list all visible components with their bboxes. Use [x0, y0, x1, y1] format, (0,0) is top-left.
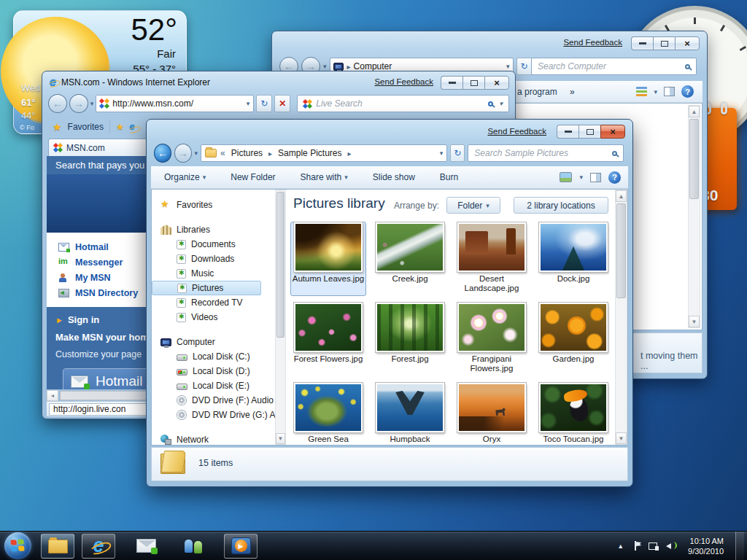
breadcrumb-dropdown-icon[interactable]: ▾ — [440, 149, 444, 157]
refresh-button[interactable]: ↻ — [450, 144, 465, 162]
taskbar-mail-button[interactable] — [129, 534, 163, 559]
scroll-thumb[interactable] — [276, 192, 285, 338]
url-dropdown-icon[interactable]: ▾ — [247, 100, 250, 107]
send-feedback-link[interactable]: Send Feedback — [563, 38, 622, 47]
network-tray-icon[interactable] — [649, 541, 659, 551]
scroll-up-button[interactable]: ▲ — [689, 106, 700, 117]
show-hidden-icons-button[interactable]: ▲ — [617, 542, 624, 550]
views-icon[interactable] — [636, 87, 647, 96]
history-dropdown[interactable]: ▾ — [195, 149, 198, 157]
tab-msn[interactable]: MSN.com — [48, 139, 159, 156]
close-button[interactable]: × — [675, 36, 700, 50]
send-feedback-link[interactable]: Send Feedback — [487, 127, 546, 136]
more-commands-icon[interactable]: » — [570, 87, 575, 97]
add-favorite-icon[interactable]: ★ — [116, 122, 124, 132]
forward-button[interactable]: → — [174, 144, 192, 163]
nav-library-item[interactable]: Documents — [152, 237, 286, 252]
file-item[interactable]: Creek.jpg — [372, 222, 448, 296]
views-dropdown-icon[interactable]: ▾ — [654, 88, 657, 96]
nav-network[interactable]: Network — [152, 432, 286, 447]
minimize-button[interactable] — [631, 36, 653, 50]
scroll-thumb[interactable] — [616, 203, 626, 298]
start-button[interactable] — [4, 532, 31, 559]
scroll-left-button[interactable]: ◂ — [47, 390, 58, 401]
breadcrumb-sample-pictures[interactable]: Sample Pictures — [276, 147, 344, 159]
nav-library-item[interactable]: Videos — [152, 310, 286, 324]
search-box[interactable]: Search Sample Pictures — [468, 144, 624, 162]
arrange-by-button[interactable]: Folder▾ — [446, 197, 500, 214]
breadcrumb[interactable]: « Pictures ▸ Sample Pictures ▸ ▾ — [201, 144, 447, 162]
preview-pane-icon[interactable] — [664, 87, 675, 96]
nav-drive-item[interactable]: Local Disk (E:) — [152, 378, 286, 393]
nav-drive-item[interactable]: Local Disk (C:) — [152, 349, 286, 364]
crumb-separator-icon[interactable]: ▸ — [347, 149, 351, 158]
file-item[interactable]: Garden.jpg — [535, 302, 610, 376]
maximize-button[interactable] — [653, 36, 675, 50]
scroll-down-button[interactable]: ▼ — [689, 316, 700, 327]
history-dropdown[interactable]: ▾ — [323, 63, 327, 70]
favorites-star-icon[interactable]: ★ — [53, 121, 62, 133]
tray-clock[interactable]: 10:10 AM 9/30/2010 — [684, 536, 728, 556]
breadcrumb-dropdown-icon[interactable]: ▾ — [506, 63, 510, 70]
scroll-down-button[interactable]: ▼ — [616, 432, 627, 444]
search-dropdown-icon[interactable]: ▾ — [499, 100, 503, 107]
help-button[interactable]: ? — [608, 171, 621, 184]
suggested-sites-icon[interactable]: e — [130, 122, 135, 132]
taskbar-messenger-button[interactable] — [177, 534, 210, 559]
back-button[interactable]: ← — [48, 94, 67, 113]
taskbar-media-player-button[interactable]: ▶ — [224, 534, 258, 559]
nav-drive-item[interactable]: DVD RW Drive (G:) A — [152, 408, 286, 422]
show-desktop-button[interactable] — [735, 532, 744, 560]
nav-scrollbar[interactable]: ▼ — [275, 190, 286, 445]
file-item[interactable]: Humpback — [372, 382, 448, 445]
nav-library-item[interactable]: Music — [152, 266, 286, 281]
close-button[interactable]: × — [484, 76, 509, 90]
refresh-button[interactable]: ↻ — [516, 58, 533, 75]
file-item[interactable]: Desert Landscape.jpg — [454, 222, 530, 296]
url-text[interactable]: http://www.msn.com/ — [112, 98, 243, 109]
volume-icon[interactable] — [666, 541, 676, 551]
burn-button[interactable]: Burn — [433, 172, 465, 182]
minimize-button[interactable] — [441, 76, 462, 90]
views-dropdown-icon[interactable]: ▾ — [579, 174, 583, 181]
minimize-button[interactable] — [557, 125, 578, 139]
file-item[interactable]: Forest Flowers.jpg — [290, 302, 366, 376]
close-button[interactable]: × — [600, 125, 625, 139]
maximize-button[interactable] — [578, 125, 600, 139]
stop-button[interactable]: ✕ — [274, 95, 290, 112]
favorites-label[interactable]: Favorites — [68, 122, 104, 132]
file-item[interactable]: Toco Toucan.jpg — [535, 382, 610, 445]
chevrons-icon[interactable]: « — [220, 148, 225, 158]
taskbar-explorer-button[interactable] — [41, 534, 74, 559]
scroll-down-button[interactable]: ▼ — [276, 433, 285, 444]
nav-library-item[interactable]: Pictures — [152, 281, 261, 295]
forward-button[interactable]: → — [69, 94, 88, 113]
organize-button[interactable]: Organize▾ — [157, 172, 213, 182]
file-item[interactable]: Forest.jpg — [372, 302, 448, 376]
file-item[interactable]: Frangipani Flowers.jpg — [454, 302, 530, 376]
file-item[interactable]: Autumn Leaves.jpg — [290, 222, 366, 296]
scroll-thumb[interactable] — [689, 119, 699, 199]
action-center-icon[interactable] — [631, 541, 641, 551]
nav-library-item[interactable]: Downloads — [152, 252, 286, 266]
new-folder-button[interactable]: New Folder — [223, 172, 282, 182]
file-item[interactable]: Green Sea — [290, 382, 366, 445]
help-button[interactable]: ? — [681, 85, 694, 98]
share-with-button[interactable]: Share with▾ — [293, 172, 355, 182]
maximize-button[interactable] — [462, 76, 484, 90]
files-scrollbar[interactable]: ▲ ▼ — [615, 190, 627, 445]
refresh-button[interactable]: ↻ — [256, 95, 272, 112]
history-dropdown[interactable]: ▾ — [90, 100, 94, 107]
search-icon[interactable] — [488, 101, 493, 106]
slide-show-button[interactable]: Slide show — [365, 172, 422, 182]
live-search-box[interactable]: Live Search ▾ — [297, 95, 509, 112]
library-locations-button[interactable]: 2 library locations — [514, 197, 608, 214]
views-icon[interactable] — [560, 172, 572, 182]
file-item[interactable]: Dock.jpg — [535, 222, 610, 296]
toolbar-command-fragment[interactable]: a program — [517, 87, 557, 97]
back-button[interactable]: ← — [154, 144, 171, 163]
file-item[interactable]: Oryx — [454, 382, 530, 445]
nav-libraries[interactable]: Libraries — [152, 222, 286, 237]
computer-scrollbar[interactable]: ▲ ▼ — [688, 105, 700, 328]
nav-drive-item[interactable]: Local Disk (D:) — [152, 364, 286, 378]
